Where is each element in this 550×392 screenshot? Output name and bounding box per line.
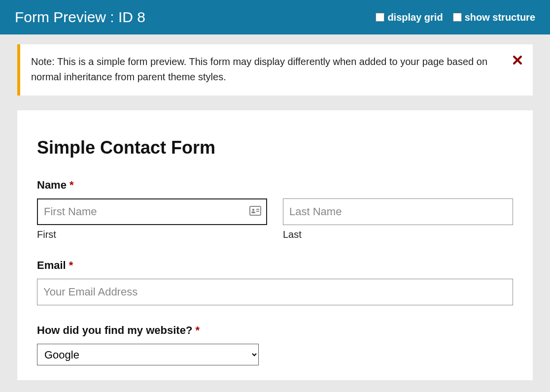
page-title: Form Preview : ID 8 <box>15 9 145 26</box>
source-label-text: How did you find my website? <box>37 324 192 336</box>
required-mark: * <box>69 259 73 271</box>
contact-card-icon <box>249 206 261 218</box>
show-structure-checkbox[interactable] <box>453 13 462 22</box>
name-label: Name * <box>37 179 513 192</box>
preview-notice-text: Note: This is a simple form preview. Thi… <box>31 54 513 85</box>
email-input[interactable] <box>37 279 513 305</box>
close-icon[interactable] <box>513 54 522 66</box>
show-structure-option[interactable]: show structure <box>453 12 535 23</box>
source-field-block: How did you find my website? * Google <box>37 324 513 365</box>
first-name-column: First <box>37 198 267 240</box>
email-label-text: Email <box>37 259 66 271</box>
name-label-text: Name <box>37 179 67 191</box>
first-name-sublabel: First <box>37 229 267 240</box>
source-label: How did you find my website? * <box>37 324 513 337</box>
required-mark: * <box>69 179 74 191</box>
svg-point-3 <box>252 209 255 211</box>
last-name-input[interactable] <box>283 198 513 225</box>
display-grid-checkbox[interactable] <box>376 13 384 22</box>
last-name-sublabel: Last <box>283 229 513 240</box>
form-title: Simple Contact Form <box>37 137 513 158</box>
first-name-input-wrap <box>37 198 267 225</box>
page-header: Form Preview : ID 8 display grid show st… <box>0 0 550 34</box>
last-name-column: Last <box>283 198 513 240</box>
email-label: Email * <box>37 259 513 272</box>
name-field-block: Name * First <box>37 179 513 240</box>
preview-notice: Note: This is a simple form preview. Thi… <box>17 44 533 96</box>
display-grid-label: display grid <box>387 12 443 23</box>
name-row: First Last <box>37 198 513 240</box>
email-field-block: Email * <box>37 259 513 305</box>
source-select[interactable]: Google <box>37 344 259 365</box>
x-icon <box>513 56 522 65</box>
required-mark: * <box>195 324 200 336</box>
display-grid-option[interactable]: display grid <box>376 12 443 23</box>
first-name-input[interactable] <box>38 199 266 224</box>
form-card: Simple Contact Form Name * <box>17 110 533 380</box>
show-structure-label: show structure <box>465 12 535 23</box>
header-options: display grid show structure <box>376 12 535 23</box>
